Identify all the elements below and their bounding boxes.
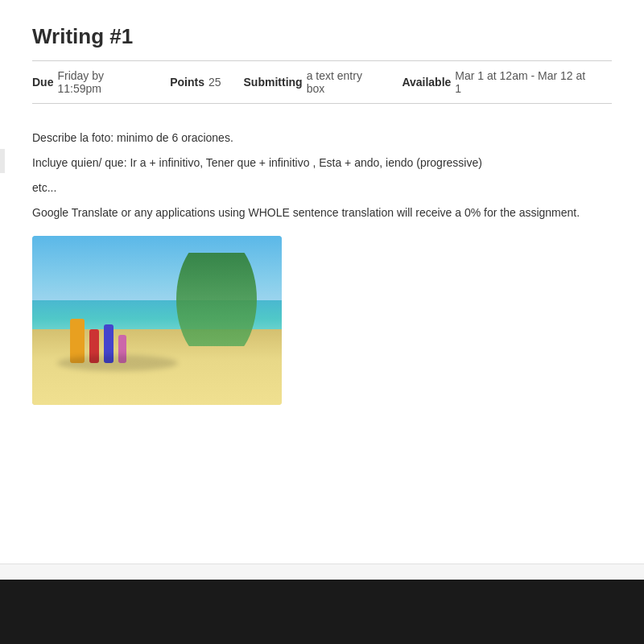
description-line-3: etc...: [32, 180, 612, 196]
shadow-layer: [57, 355, 178, 371]
beach-photo: [32, 236, 282, 405]
due-label: Due: [32, 76, 53, 89]
due-value: Friday by 11:59pm: [57, 69, 147, 95]
meta-bar: Due Friday by 11:59pm Points 25 Submitti…: [32, 60, 612, 104]
points-value: 25: [208, 76, 221, 89]
description-line-1: Describe la foto: minimo de 6 oraciones.: [32, 130, 612, 147]
available-meta: Available Mar 1 at 12am - Mar 12 at 1: [402, 69, 589, 95]
description-section: Describe la foto: minimo de 6 oraciones.…: [32, 122, 612, 437]
assignment-title: Writing #1: [32, 24, 612, 49]
bottom-bar: [0, 580, 644, 644]
available-label: Available: [402, 76, 451, 89]
submitting-value: a text entry box: [307, 69, 380, 95]
due-meta: Due Friday by 11:59pm: [32, 69, 147, 95]
palms-layer: [176, 253, 257, 346]
description-line-4: Google Translate or any applications usi…: [32, 204, 612, 221]
sidebar-indicator: [0, 149, 5, 173]
beach-image-container: [32, 236, 612, 405]
submitting-meta: Submitting a text entry box: [244, 69, 380, 95]
points-meta: Points 25: [170, 76, 221, 89]
submitting-label: Submitting: [244, 76, 303, 89]
available-value: Mar 1 at 12am - Mar 12 at 1: [455, 69, 589, 95]
description-line-2: Incluye quien/ que: Ir a + infinitivo, T…: [32, 155, 612, 171]
points-label: Points: [170, 76, 204, 89]
